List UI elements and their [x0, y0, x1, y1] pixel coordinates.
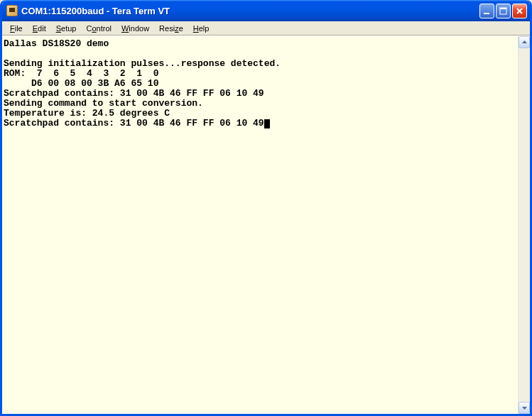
svg-rect-2 — [500, 8, 506, 9]
menu-help[interactable]: Help — [188, 23, 215, 34]
terminal-output[interactable]: Dallas DS18S20 demo Sending initializati… — [2, 36, 518, 414]
window-controls — [479, 4, 527, 18]
application-window: COM1:115200baud - Tera Term VT File Edit… — [0, 0, 532, 416]
menu-control[interactable]: Control — [81, 23, 116, 34]
svg-rect-0 — [484, 13, 489, 14]
maximize-icon — [499, 7, 507, 15]
chevron-up-icon — [521, 39, 528, 45]
chevron-down-icon — [521, 405, 528, 411]
scroll-up-button[interactable] — [519, 36, 530, 48]
menu-setup[interactable]: Setup — [51, 23, 82, 34]
terminal-cursor — [264, 119, 270, 128]
titlebar[interactable]: COM1:115200baud - Tera Term VT — [2, 0, 530, 21]
close-icon — [516, 7, 523, 15]
scroll-down-button[interactable] — [519, 402, 530, 414]
maximize-button[interactable] — [496, 4, 511, 18]
window-title: COM1:115200baud - Tera Term VT — [21, 6, 479, 16]
client-area: Dallas DS18S20 demo Sending initializati… — [2, 35, 530, 414]
menubar: File Edit Setup Control Window Resize He… — [2, 21, 530, 35]
vertical-scrollbar[interactable] — [518, 36, 530, 414]
app-icon — [6, 5, 18, 16]
scroll-track[interactable] — [519, 48, 530, 402]
minimize-icon — [483, 7, 491, 15]
menu-file[interactable]: File — [5, 23, 28, 34]
menu-resize[interactable]: Resize — [154, 23, 188, 34]
menu-window[interactable]: Window — [116, 23, 154, 34]
minimize-button[interactable] — [479, 4, 494, 18]
menu-edit[interactable]: Edit — [28, 23, 51, 34]
close-button[interactable] — [512, 4, 527, 18]
